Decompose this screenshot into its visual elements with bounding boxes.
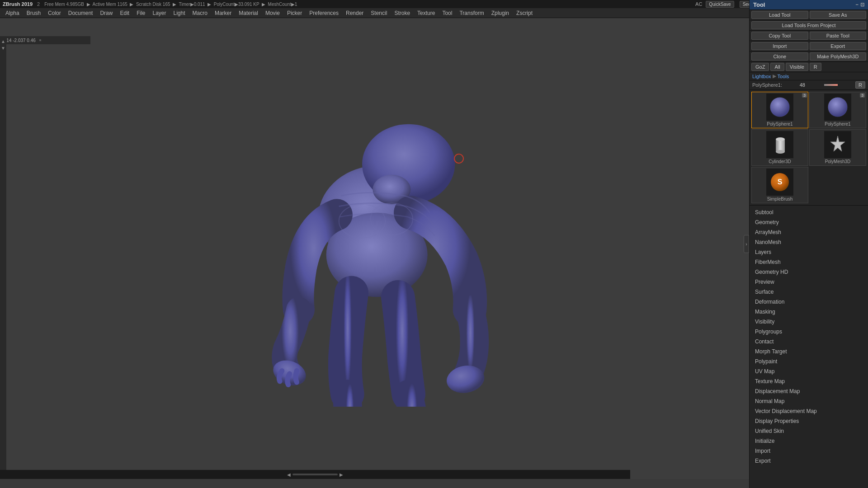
thumbnail-polysphere1-2[interactable]: 3 PolySphere1 bbox=[809, 92, 866, 128]
thumbnail-cylinder3d[interactable]: Cylinder3D bbox=[751, 129, 808, 166]
ac-label: AC bbox=[695, 1, 702, 7]
quick-save-button[interactable]: QuickSave bbox=[706, 1, 734, 8]
thumbnail-polysphere1-selected[interactable]: 3 PolySphere1 bbox=[751, 92, 808, 128]
tool-menu-item-nanomesh[interactable]: NanoMesh bbox=[750, 237, 868, 247]
save-as-button[interactable]: Save As bbox=[810, 11, 867, 19]
svg-point-16 bbox=[776, 150, 785, 154]
menu-item-preferences[interactable]: Preferences bbox=[306, 9, 342, 17]
tool-menu-item-normal-map[interactable]: Normal Map bbox=[750, 396, 868, 406]
load-tool-button[interactable]: Load Tool bbox=[751, 11, 808, 19]
visible-button[interactable]: Visible bbox=[786, 63, 808, 71]
export-button[interactable]: Export bbox=[810, 42, 867, 50]
lightbox-label[interactable]: Lightbox bbox=[752, 74, 771, 79]
menu-item-texture[interactable]: Texture bbox=[414, 9, 439, 17]
coords-bar: 0.14 -2.037 0.46 bbox=[0, 36, 90, 44]
tool-header-icons: − ⊡ bbox=[856, 2, 864, 8]
left-arrow-up[interactable]: ▲ bbox=[1, 39, 5, 44]
tool-menu-item-vector-displacement-map[interactable]: Vector Displacement Map bbox=[750, 406, 868, 416]
menu-item-transform[interactable]: Transform bbox=[456, 9, 487, 17]
tool-menu-item-polygroups[interactable]: Polygroups bbox=[750, 327, 868, 337]
goz-button[interactable]: GoZ bbox=[751, 63, 769, 71]
import-button[interactable]: Import bbox=[751, 42, 808, 50]
menu-item-marker[interactable]: Marker bbox=[211, 9, 235, 17]
tool-menu-item-geometry-hd[interactable]: Geometry HD bbox=[750, 267, 868, 277]
menu-item-light[interactable]: Light bbox=[170, 9, 189, 17]
svg-rect-14 bbox=[776, 139, 785, 152]
tool-menu-item-surface[interactable]: Surface bbox=[750, 287, 868, 297]
tool-menu-item-contact[interactable]: Contact bbox=[750, 337, 868, 347]
menu-item-macro[interactable]: Macro bbox=[189, 9, 211, 17]
tool-menu-item-polypaint[interactable]: Polypaint bbox=[750, 357, 868, 366]
tool-menu-item-arraymesh[interactable]: ArrayMesh bbox=[750, 227, 868, 237]
tool-menu-item-display-properties[interactable]: Display Properties bbox=[750, 416, 868, 426]
menu-item-layer[interactable]: Layer bbox=[149, 9, 170, 17]
tool-menu-item-fibermesh[interactable]: FiberMesh bbox=[750, 257, 868, 267]
menu-item-stencil[interactable]: Stencil bbox=[367, 9, 391, 17]
tool-menu-item-visibility[interactable]: Visibility bbox=[750, 317, 868, 327]
thumb-badge-2: 3 bbox=[860, 93, 865, 98]
menu-item-stroke[interactable]: Stroke bbox=[391, 9, 414, 17]
tool-menu-item-unified-skin[interactable]: Unified Skin bbox=[750, 426, 868, 436]
polysphere-row: PolySphere1: 48 R bbox=[750, 80, 868, 90]
app-title: ZBrush 2019 bbox=[3, 1, 33, 7]
tool-menu-item-export-item[interactable]: Export bbox=[750, 456, 868, 466]
make-polymesh3d-button[interactable]: Make PolyMesh3D bbox=[810, 52, 867, 61]
copy-tool-button[interactable]: Copy Tool bbox=[751, 32, 808, 40]
menu-item-zplugin[interactable]: Zplugin bbox=[488, 9, 513, 17]
thumb-canvas-1 bbox=[766, 94, 793, 121]
tool-menu-item-deformation[interactable]: Deformation bbox=[750, 297, 868, 307]
left-arrow-down[interactable]: ▼ bbox=[1, 46, 5, 51]
menu-item-material[interactable]: Material bbox=[235, 9, 262, 17]
menu-item-brush[interactable]: Brush bbox=[23, 9, 44, 17]
canvas-area[interactable]: 0.14 -2.037 0.46 ▲ ▼ bbox=[0, 18, 749, 479]
menu-item-edit[interactable]: Edit bbox=[116, 9, 133, 17]
stat-free-mem: Free Mem 4.985GB bbox=[44, 2, 84, 7]
model-area[interactable] bbox=[0, 18, 749, 479]
right-panel: Tool − ⊡ Load Tool Save As Load Tools Fr… bbox=[749, 0, 868, 488]
tool-menu-item-subtool[interactable]: Subtool bbox=[750, 207, 868, 217]
lightbox-row: Lightbox ▶ Tools bbox=[750, 72, 868, 80]
menu-item-tool[interactable]: Tool bbox=[439, 9, 456, 17]
thumbnail-polymesh3d[interactable]: PolyMesh3D bbox=[809, 129, 866, 166]
bottom-arrow-left[interactable]: ◀ bbox=[287, 472, 291, 477]
tool-menu-item-initialize[interactable]: Initialize bbox=[750, 436, 868, 446]
tool-menu-item-morph-target[interactable]: Morph Target bbox=[750, 347, 868, 357]
menu-item-movie[interactable]: Movie bbox=[262, 9, 283, 17]
menu-item-alpha[interactable]: Alpha bbox=[2, 9, 23, 17]
menu-item-color[interactable]: Color bbox=[44, 9, 65, 17]
stat-scratch: Scratch Disk 165 bbox=[136, 2, 170, 7]
all-button[interactable]: All bbox=[770, 63, 784, 71]
thumb-label-5: SimpleBrush bbox=[767, 197, 793, 202]
menu-item-file[interactable]: File bbox=[133, 9, 149, 17]
clone-button[interactable]: Clone bbox=[751, 52, 808, 61]
bottom-slider[interactable] bbox=[292, 474, 338, 475]
thumb-canvas-2 bbox=[824, 94, 851, 121]
tool-menu-item-geometry[interactable]: Geometry bbox=[750, 217, 868, 227]
expand-icon[interactable]: ⊡ bbox=[860, 2, 864, 8]
tool-menu-item-masking[interactable]: Masking bbox=[750, 307, 868, 317]
menu-item-document[interactable]: Document bbox=[65, 9, 97, 17]
tool-menu-item-import-item[interactable]: Import bbox=[750, 446, 868, 456]
menu-item-zscript[interactable]: Zscript bbox=[513, 9, 536, 17]
tool-menu-item-displacement-map[interactable]: Displacement Map bbox=[750, 386, 868, 396]
polysphere-r-button[interactable]: R bbox=[855, 81, 865, 89]
panel-collapse-button[interactable]: › bbox=[744, 235, 749, 253]
load-tools-from-project-button[interactable]: Load Tools From Project bbox=[751, 21, 866, 29]
menu-item-picker[interactable]: Picker bbox=[283, 9, 306, 17]
load-save-row: Load Tool Save As bbox=[750, 10, 868, 20]
menu-item-draw[interactable]: Draw bbox=[96, 9, 116, 17]
tool-menu-item-texture-map[interactable]: Texture Map bbox=[750, 376, 868, 386]
r-button[interactable]: R bbox=[810, 63, 821, 71]
menu-item-render[interactable]: Render bbox=[342, 9, 367, 17]
thumbnail-simplebrush[interactable]: S SimpleBrush bbox=[751, 167, 808, 203]
tool-menu-item-layers[interactable]: Layers bbox=[750, 247, 868, 257]
bottom-arrow-right[interactable]: ▶ bbox=[340, 472, 343, 477]
tool-menu-item-preview[interactable]: Preview bbox=[750, 277, 868, 287]
3d-model-svg bbox=[217, 90, 533, 407]
poly-indicator-bar bbox=[824, 84, 838, 86]
minimize-icon[interactable]: − bbox=[856, 2, 859, 8]
tools-link[interactable]: Tools bbox=[778, 74, 789, 79]
thumb-label-2: PolySphere1 bbox=[825, 122, 850, 127]
tool-menu-item-uv-map[interactable]: UV Map bbox=[750, 366, 868, 376]
paste-tool-button[interactable]: Paste Tool bbox=[810, 32, 867, 40]
